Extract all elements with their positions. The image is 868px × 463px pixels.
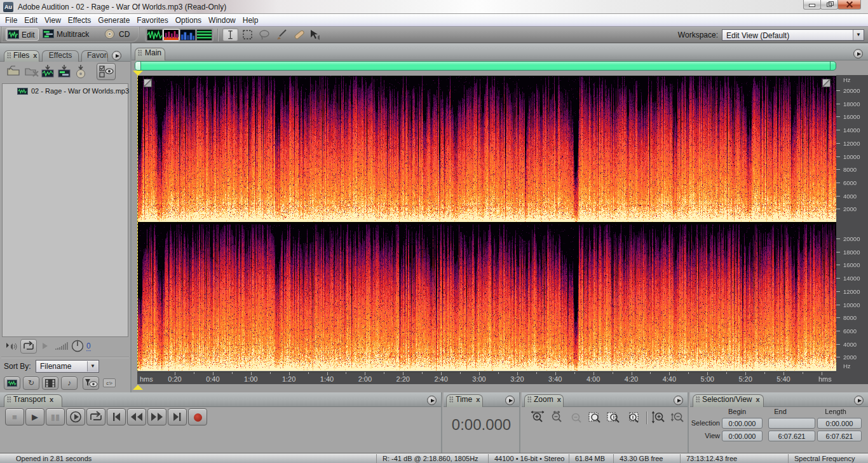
menu-item[interactable]: View — [41, 15, 64, 27]
tab-files[interactable]: Filesx — [4, 50, 39, 62]
preview-volume-value[interactable]: 0 — [86, 342, 91, 351]
multitrack-view-button[interactable]: Multitrack — [41, 28, 102, 41]
close-file-icon[interactable] — [24, 65, 39, 78]
frequency-ruler[interactable]: Hz20000180001600014000120001000080006000… — [836, 75, 868, 384]
menu-item[interactable]: Edit — [21, 15, 41, 27]
menu-item[interactable]: Window — [205, 15, 239, 27]
workspace-dropdown[interactable]: Edit View (Default) ▼ — [722, 29, 864, 41]
tab-zoom-close[interactable]: x — [557, 396, 561, 403]
selection-view-menu-button[interactable] — [854, 396, 864, 405]
menu-item[interactable]: Options — [172, 15, 205, 27]
workspace-dropdown-arrow[interactable]: ▼ — [853, 30, 864, 40]
loop-preview-button[interactable] — [20, 339, 37, 354]
tab-selection-view[interactable]: Selection/Viewx — [693, 394, 764, 407]
time-selection-tool[interactable] — [222, 28, 238, 41]
lasso-selection-tool[interactable] — [257, 28, 273, 41]
overview-bar[interactable] — [135, 61, 836, 71]
menu-item[interactable]: Help — [240, 15, 262, 27]
zoom-in-right-edge-button[interactable] — [625, 410, 642, 425]
tab-effects[interactable]: Effects — [42, 50, 79, 62]
spectral-frequency-display-button[interactable] — [163, 29, 179, 41]
zoom-out-vertical-button[interactable] — [669, 410, 686, 425]
zoom-in-vertical-button[interactable] — [650, 410, 667, 425]
zoom-to-selection-button[interactable] — [587, 410, 604, 425]
selection-length-value[interactable]: 0:00.000 — [817, 418, 862, 429]
selection-end-value[interactable] — [768, 418, 815, 429]
file-list[interactable]: 02 - Rage - War Of Worlds.mp3 — [2, 83, 128, 337]
channel-grip-left[interactable] — [144, 79, 152, 87]
volume-icon[interactable] — [55, 342, 71, 350]
show-midi-files-button[interactable]: ♪ — [61, 377, 78, 390]
insert-into-cd-list-icon[interactable] — [57, 64, 71, 79]
tab-main[interactable]: Main — [135, 48, 165, 60]
filter-options-button[interactable] — [83, 377, 99, 390]
selection-begin-value[interactable]: 0:00.000 — [722, 418, 763, 429]
show-video-files-button[interactable] — [42, 377, 58, 390]
go-to-end-button[interactable] — [168, 408, 187, 425]
rewind-button[interactable] — [127, 408, 146, 425]
play-looped-button[interactable] — [86, 408, 105, 425]
time-ruler[interactable]: hmshms0:200:401:001:201:402:002:202:403:… — [137, 371, 836, 384]
zoom-out-full-button[interactable] — [567, 410, 585, 425]
files-panel-menu-button[interactable] — [112, 51, 121, 60]
insert-into-multitrack-icon[interactable] — [41, 64, 55, 79]
auto-play-icon[interactable] — [5, 341, 19, 352]
tab-transport[interactable]: Transportx — [4, 394, 62, 407]
effects-paintbrush-tool[interactable] — [274, 28, 290, 41]
fast-forward-button[interactable] — [147, 408, 166, 425]
menu-item[interactable]: Generate — [95, 15, 133, 27]
sort-by-dropdown[interactable]: Filename ▼ — [36, 360, 99, 373]
record-button[interactable] — [188, 408, 207, 425]
channel-grip-right[interactable] — [822, 79, 831, 87]
maximize-button[interactable] — [820, 0, 838, 10]
waveform-display-button[interactable] — [147, 29, 163, 41]
zoom-in-horizontal-button[interactable] — [529, 410, 546, 425]
close-button[interactable] — [837, 0, 861, 10]
show-loop-files-button[interactable]: ↻ — [23, 377, 39, 390]
spectral-pan-display-button[interactable] — [180, 29, 196, 41]
sort-by-dropdown-arrow[interactable]: ▼ — [87, 361, 98, 371]
play-from-cursor-button[interactable] — [66, 408, 85, 425]
tab-files-close[interactable]: x — [33, 52, 37, 59]
spectrogram-canvas[interactable] — [138, 76, 836, 371]
time-menu-button[interactable] — [505, 396, 515, 405]
play-preview-icon[interactable] — [41, 342, 50, 350]
stop-button[interactable]: ■ — [5, 408, 24, 425]
view-end-value[interactable]: 6:07.621 — [768, 431, 815, 441]
cd-view-button[interactable]: CD — [104, 28, 134, 41]
main-panel-menu-button[interactable] — [853, 49, 863, 59]
selection-start-marker-bottom[interactable] — [133, 385, 143, 390]
zoom-out-horizontal-button[interactable] — [548, 410, 566, 425]
selection-start-marker[interactable] — [133, 71, 143, 76]
import-cd-audio-icon[interactable] — [74, 64, 88, 79]
pan-knob-icon[interactable] — [71, 340, 85, 353]
edit-view-button[interactable]: Edit — [6, 28, 39, 41]
zoom-menu-button[interactable] — [674, 396, 683, 405]
pause-button[interactable]: ▮▮ — [46, 408, 65, 425]
marquee-selection-tool[interactable] — [240, 28, 255, 41]
tab-transport-close[interactable]: x — [50, 396, 53, 403]
show-full-path-button[interactable]: c:\› — [103, 378, 116, 387]
go-to-beginning-button[interactable] — [107, 408, 126, 425]
playhead-cursor[interactable] — [137, 76, 138, 371]
tab-zoom[interactable]: Zoomx — [524, 394, 564, 407]
menu-item[interactable]: Favorites — [133, 15, 171, 27]
play-button[interactable]: ▶ — [25, 408, 44, 425]
tab-time[interactable]: Timex — [446, 394, 483, 407]
minimize-button[interactable] — [803, 0, 821, 10]
spot-healing-brush-tool[interactable] — [291, 28, 307, 41]
transport-menu-button[interactable] — [427, 396, 437, 405]
tab-time-close[interactable]: x — [476, 396, 480, 403]
spectral-phase-display-button[interactable] — [196, 29, 212, 41]
view-length-value[interactable]: 6:07.621 — [817, 431, 862, 441]
menu-item[interactable]: File — [2, 15, 20, 27]
show-options-button[interactable] — [97, 63, 116, 80]
view-begin-value[interactable]: 0:00.000 — [722, 431, 763, 441]
show-audio-files-button[interactable] — [4, 377, 20, 390]
tab-favorites[interactable]: Favorites — [81, 50, 108, 62]
zoom-in-left-edge-button[interactable] — [606, 410, 623, 425]
import-file-icon[interactable] — [6, 65, 22, 78]
tab-selection-view-close[interactable]: x — [756, 396, 760, 403]
menu-item[interactable]: Effects — [65, 15, 94, 27]
scrub-tool[interactable] — [307, 28, 323, 41]
